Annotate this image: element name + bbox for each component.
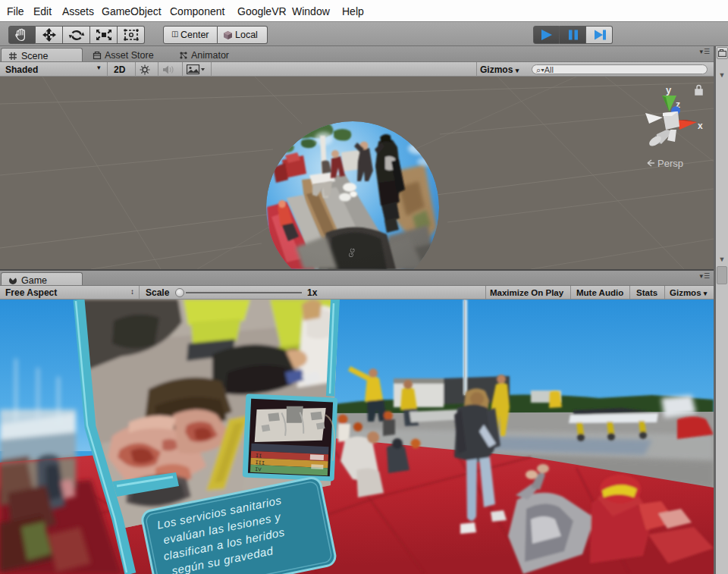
svg-text:III: III (255, 460, 265, 466)
svg-text:IV: IV (255, 466, 262, 472)
svg-text:Persp: Persp (657, 158, 683, 169)
svg-text:x: x (698, 121, 703, 131)
svg-text:y: y (666, 84, 672, 96)
svg-text:II: II (256, 453, 262, 459)
